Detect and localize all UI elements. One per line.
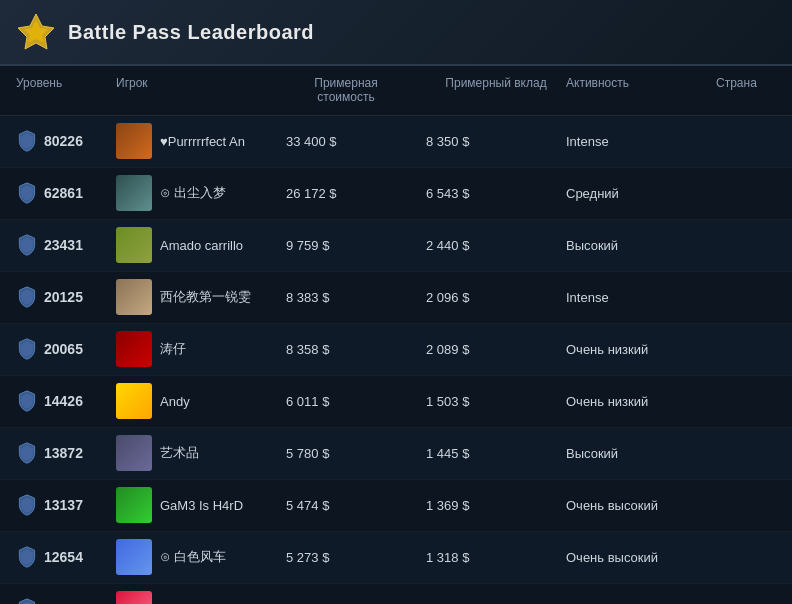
approx-value: 8 358 $ (286, 342, 426, 357)
player-name: GaM3 Is H4rD (160, 498, 243, 513)
activity: Высокий (566, 446, 716, 461)
avatar (116, 175, 152, 211)
approx-value: 8 383 $ (286, 290, 426, 305)
level-cell: 20065 (16, 338, 116, 360)
activity: Intense (566, 134, 716, 149)
player-name: ♥Purrrrrfect An (160, 134, 245, 149)
activity: Intense (566, 290, 716, 305)
shield-icon (16, 182, 38, 204)
shield-icon (16, 546, 38, 568)
table-row: 23431 Amado carrillo 9 759 $ 2 440 $ Выс… (0, 220, 792, 272)
approx-contribution: 1 445 $ (426, 446, 566, 461)
table-row: 80226 ♥Purrrrrfect An 33 400 $ 8 350 $ I… (0, 116, 792, 168)
approx-value: 33 400 $ (286, 134, 426, 149)
level-cell: 20125 (16, 286, 116, 308)
avatar (116, 227, 152, 263)
approx-value: 5 474 $ (286, 498, 426, 513)
level-value: 14426 (44, 393, 83, 409)
player-cell: Andy (116, 383, 286, 419)
approx-contribution: 1 503 $ (426, 394, 566, 409)
approx-contribution: 8 350 $ (426, 134, 566, 149)
level-cell: 62861 (16, 182, 116, 204)
player-cell: MackyOnTheM (116, 591, 286, 604)
avatar (116, 591, 152, 604)
shield-icon (16, 338, 38, 360)
shield-icon (16, 494, 38, 516)
avatar (116, 539, 152, 575)
level-cell: 14426 (16, 390, 116, 412)
level-value: 80226 (44, 133, 83, 149)
approx-contribution: 2 089 $ (426, 342, 566, 357)
level-value: 13872 (44, 445, 83, 461)
approx-value: 6 011 $ (286, 394, 426, 409)
player-cell: GaM3 Is H4rD (116, 487, 286, 523)
table-row: 12501 MackyOnTheM 5 209 $ 1 302 $ Очень … (0, 584, 792, 604)
table-row: 14426 Andy 6 011 $ 1 503 $ Очень низкий (0, 376, 792, 428)
player-name: ⊙ 白色风车 (160, 548, 226, 566)
player-cell: ⊙ 出尘入梦 (116, 175, 286, 211)
player-cell: Amado carrillo (116, 227, 286, 263)
activity: Средний (566, 186, 716, 201)
battle-pass-icon (16, 12, 56, 52)
player-name: 涛仔 (160, 340, 186, 358)
level-value: 12654 (44, 549, 83, 565)
level-value: 13137 (44, 497, 83, 513)
player-cell: ♥Purrrrrfect An (116, 123, 286, 159)
col-approx-contribution: Примерный вклад (426, 76, 566, 105)
shield-icon (16, 442, 38, 464)
page-title: Battle Pass Leaderboard (68, 21, 314, 44)
player-name: ⊙ 出尘入梦 (160, 184, 226, 202)
avatar (116, 435, 152, 471)
player-name: Andy (160, 394, 190, 409)
table-body: 80226 ♥Purrrrrfect An 33 400 $ 8 350 $ I… (0, 116, 792, 604)
col-approx-value: Примернаястоимость (286, 76, 406, 105)
player-name: Amado carrillo (160, 238, 243, 253)
activity: Очень низкий (566, 394, 716, 409)
player-cell: 涛仔 (116, 331, 286, 367)
approx-value: 26 172 $ (286, 186, 426, 201)
level-value: 20125 (44, 289, 83, 305)
level-value: 62861 (44, 185, 83, 201)
level-cell: 12654 (16, 546, 116, 568)
table-row: 20125 西伦教第一锐雯 8 383 $ 2 096 $ Intense (0, 272, 792, 324)
approx-contribution: 1 369 $ (426, 498, 566, 513)
approx-value: 9 759 $ (286, 238, 426, 253)
approx-value: 5 780 $ (286, 446, 426, 461)
col-player: Игрок (116, 76, 286, 105)
shield-icon (16, 234, 38, 256)
avatar (116, 487, 152, 523)
approx-value: 5 273 $ (286, 550, 426, 565)
player-cell: 西伦教第一锐雯 (116, 279, 286, 315)
shield-icon (16, 130, 38, 152)
activity: Высокий (566, 238, 716, 253)
activity: Очень низкий (566, 342, 716, 357)
level-cell: 13872 (16, 442, 116, 464)
approx-contribution: 6 543 $ (426, 186, 566, 201)
approx-contribution: 2 440 $ (426, 238, 566, 253)
table-row: 20065 涛仔 8 358 $ 2 089 $ Очень низкий (0, 324, 792, 376)
level-cell: 12501 (16, 598, 116, 604)
col-country: Страна (716, 76, 792, 105)
avatar (116, 331, 152, 367)
shield-icon (16, 286, 38, 308)
table-row: 13137 GaM3 Is H4rD 5 474 $ 1 369 $ Очень… (0, 480, 792, 532)
approx-contribution: 1 318 $ (426, 550, 566, 565)
avatar (116, 279, 152, 315)
level-cell: 13137 (16, 494, 116, 516)
player-cell: 艺术品 (116, 435, 286, 471)
activity: Очень высокий (566, 550, 716, 565)
player-name: 西伦教第一锐雯 (160, 288, 251, 306)
shield-icon (16, 390, 38, 412)
shield-icon (16, 598, 38, 604)
activity: Очень высокий (566, 498, 716, 513)
player-cell: ⊙ 白色风车 (116, 539, 286, 575)
level-cell: 23431 (16, 234, 116, 256)
level-cell: 80226 (16, 130, 116, 152)
table-container: Уровень Игрок Примернаястоимость Примерн… (0, 66, 792, 604)
level-value: 23431 (44, 237, 83, 253)
approx-contribution: 2 096 $ (426, 290, 566, 305)
header: Battle Pass Leaderboard (0, 0, 792, 66)
col-level: Уровень (16, 76, 116, 105)
table-row: 12654 ⊙ 白色风车 5 273 $ 1 318 $ Очень высок… (0, 532, 792, 584)
player-name: 艺术品 (160, 444, 199, 462)
